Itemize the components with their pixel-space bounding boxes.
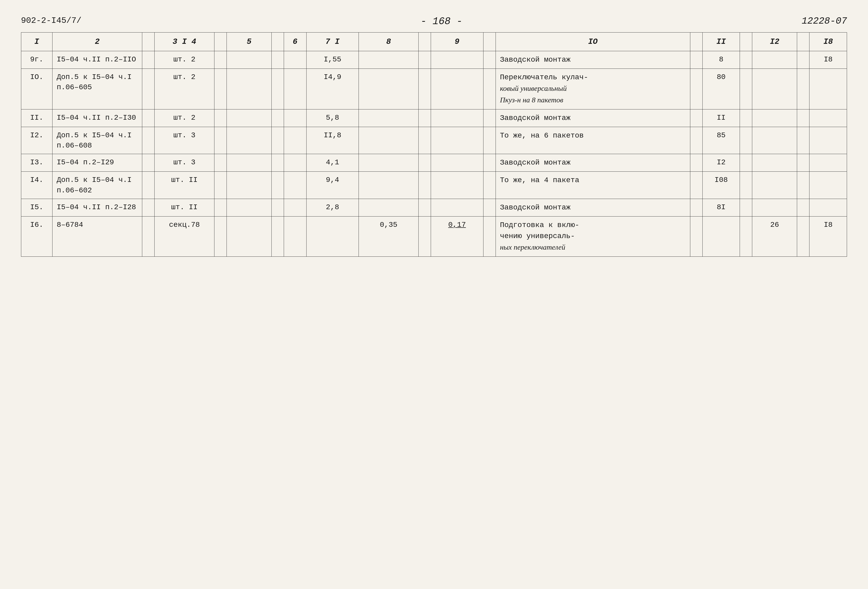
col9-value <box>431 109 483 127</box>
col-header-11 <box>419 32 431 51</box>
col6-blank <box>284 199 307 216</box>
sep5 <box>483 109 496 127</box>
col8-value <box>359 154 419 172</box>
sep5 <box>483 127 496 154</box>
sep6 <box>690 127 703 154</box>
sep8 <box>797 216 809 257</box>
col11-value: 85 <box>703 127 740 154</box>
col12-value: 26 <box>752 216 797 257</box>
col7-value: II,8 <box>306 127 359 154</box>
table-row: I6.8–6784секц.780,350,17Подготовка к вкл… <box>21 216 847 257</box>
col12-value <box>752 69 797 109</box>
sep5 <box>483 154 496 172</box>
col9-value: 0,17 <box>431 216 483 257</box>
sep4 <box>419 51 431 69</box>
sep2 <box>214 69 226 109</box>
col12-value <box>752 109 797 127</box>
sep6 <box>690 154 703 172</box>
col-header-6: 5 <box>227 32 272 51</box>
col7-value: 5,8 <box>306 109 359 127</box>
col5-blank <box>227 69 272 109</box>
sep4 <box>419 127 431 154</box>
sep4 <box>419 69 431 109</box>
col13-value <box>809 199 847 216</box>
sep4 <box>419 216 431 257</box>
col6-blank <box>284 127 307 154</box>
row-number: I5. <box>21 199 53 216</box>
col11-value: I08 <box>703 172 740 199</box>
col7-value: 9,4 <box>306 172 359 199</box>
sep5 <box>483 199 496 216</box>
document-header: 902-2-I45/7/ - 168 - 12228-07 <box>21 16 847 27</box>
col12-value <box>752 199 797 216</box>
col-header-12: 9 <box>431 32 483 51</box>
sep8 <box>797 109 809 127</box>
designation: 8–6784 <box>52 216 142 257</box>
col5-blank <box>227 199 272 216</box>
col11-value: II <box>703 109 740 127</box>
sep4 <box>419 199 431 216</box>
sep8 <box>797 127 809 154</box>
col13-value <box>809 127 847 154</box>
document-number: 12228-07 <box>802 16 847 27</box>
quantity: шт. II <box>154 199 214 216</box>
description: То же, на 6 пакетов <box>496 127 690 154</box>
col-header-19 <box>797 32 809 51</box>
col6-blank <box>284 109 307 127</box>
sep5 <box>483 69 496 109</box>
col-header-16: II <box>703 32 740 51</box>
col7-value: 2,8 <box>306 199 359 216</box>
description: Заводской монтаж <box>496 199 690 216</box>
col5-blank <box>227 109 272 127</box>
sep1 <box>142 154 154 172</box>
sep8 <box>797 51 809 69</box>
col-header-15 <box>690 32 703 51</box>
sep6 <box>690 69 703 109</box>
col12-value <box>752 51 797 69</box>
sep5 <box>483 216 496 257</box>
sep3 <box>272 69 284 109</box>
col13-value <box>809 69 847 109</box>
description: Заводской монтаж <box>496 109 690 127</box>
col8-value <box>359 109 419 127</box>
col-header-4: 3 I 4 <box>154 32 214 51</box>
col13-value <box>809 109 847 127</box>
description: То же, на 4 пакета <box>496 172 690 199</box>
quantity: секц.78 <box>154 216 214 257</box>
col11-value: 8 <box>703 51 740 69</box>
designation: Доп.5 к I5–04 ч.I п.06–602 <box>52 172 142 199</box>
col-header-2: 2 <box>52 32 142 51</box>
col5-blank <box>227 216 272 257</box>
row-number: II. <box>21 109 53 127</box>
col-header-10: 8 <box>359 32 419 51</box>
description: Подготовка к вклю-чению универсаль-ных п… <box>496 216 690 257</box>
col13-value: I8 <box>809 51 847 69</box>
main-table: I 2 3 I 4 5 6 7 I 8 9 IO II I2 I8 9г.I5–… <box>21 32 847 257</box>
quantity: шт. 2 <box>154 69 214 109</box>
table-row: I5.I5–04 ч.II п.2–I28шт. II2,8Заводской … <box>21 199 847 216</box>
description: Переключатель кулач-ковый универсальныйП… <box>496 69 690 109</box>
col6-blank <box>284 172 307 199</box>
col5-blank <box>227 154 272 172</box>
col-header-17 <box>740 32 752 51</box>
sep7 <box>740 127 752 154</box>
table-row: IO.Доп.5 к I5–04 ч.I п.06–605шт. 2I4,9Пе… <box>21 69 847 109</box>
description: Заводской монтаж <box>496 154 690 172</box>
row-number: I4. <box>21 172 53 199</box>
sep1 <box>142 51 154 69</box>
row-number: IO. <box>21 69 53 109</box>
row-number: 9г. <box>21 51 53 69</box>
col6-blank <box>284 154 307 172</box>
sep1 <box>142 127 154 154</box>
col-header-3 <box>142 32 154 51</box>
quantity: шт. 2 <box>154 51 214 69</box>
sep2 <box>214 216 226 257</box>
sep3 <box>272 154 284 172</box>
sep3 <box>272 172 284 199</box>
quantity: шт. 3 <box>154 127 214 154</box>
col9-value <box>431 69 483 109</box>
sep3 <box>272 51 284 69</box>
sep3 <box>272 109 284 127</box>
sep4 <box>419 172 431 199</box>
col5-blank <box>227 127 272 154</box>
